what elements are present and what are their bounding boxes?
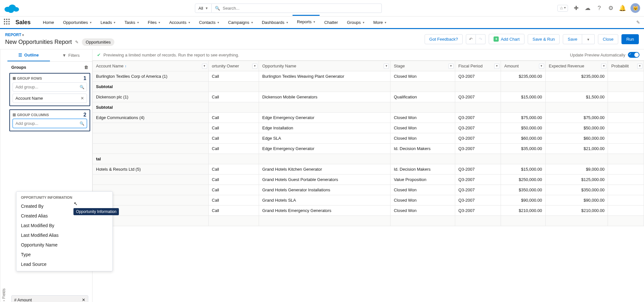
group-row-pill-account-name[interactable]: Account Name ✕ [13, 94, 87, 103]
chevron-down-icon: ▾ [159, 21, 160, 24]
header-actions: ☆▾ ✚ ☁ ? ⚙ 🔔 😺 [557, 3, 640, 13]
svg-point-2 [13, 7, 19, 12]
feedback-button[interactable]: Got Feedback? [425, 34, 463, 44]
nav-item-contacts[interactable]: Contacts▾ [195, 16, 224, 29]
search-icon: 🔍 [215, 6, 220, 11]
group-rows-label: ▦GROUP ROWS [13, 76, 87, 80]
remove-icon[interactable]: ✕ [81, 96, 84, 101]
notifications-icon[interactable]: 🔔 [619, 5, 626, 12]
nav-item-tasks[interactable]: Tasks▾ [120, 16, 143, 29]
remove-icon[interactable]: ✕ [82, 297, 85, 302]
close-button[interactable]: Close [598, 34, 618, 44]
nav-item-home[interactable]: Home [38, 16, 59, 29]
edit-nav-icon[interactable]: ✎ [636, 20, 640, 25]
app-name: Sales [15, 19, 31, 26]
column-menu-icon[interactable]: ▼ [494, 64, 499, 69]
nav-item-reports[interactable]: Reports▾ [293, 15, 320, 28]
redo-button[interactable]: ↷ [476, 34, 485, 44]
column-header[interactable]: Stage▼ [390, 61, 455, 71]
column-menu-icon[interactable]: ▼ [601, 64, 606, 69]
table-row: Subtotal [93, 82, 644, 92]
app-launcher-icon[interactable] [4, 19, 11, 26]
star-icon: ☆ [560, 6, 563, 11]
run-button[interactable]: Run [621, 34, 639, 44]
callout-number-1: 1 [83, 76, 86, 81]
table-row: CallEdge Emergency GeneratorId. Decision… [93, 144, 644, 154]
tab-filters[interactable]: ▼Filters [50, 49, 92, 61]
search-scope-dropdown[interactable]: All ▼ [195, 4, 212, 13]
report-type-link[interactable]: REPORT ▾ [5, 33, 24, 37]
nav-item-more[interactable]: More▾ [369, 16, 391, 29]
table-row: Hotels & Resorts Ltd (5)CallGrand Hotels… [93, 164, 644, 175]
add-chart-button[interactable]: +Add Chart [489, 34, 524, 44]
column-header[interactable]: Probabilit▼ [608, 61, 644, 71]
dropdown-item[interactable]: Last Modified Alias [16, 230, 112, 240]
chevron-down-icon: ▼ [205, 6, 208, 10]
avatar[interactable]: 😺 [630, 3, 640, 13]
table-row: Subtotal [93, 216, 644, 226]
table-row: CallGrand Hotels Emergency GeneratorsClo… [93, 206, 644, 216]
chevron-down-icon: ▾ [217, 21, 219, 24]
column-header[interactable]: Amount▼ [501, 61, 545, 71]
add-icon[interactable]: ✚ [572, 5, 580, 12]
column-header[interactable]: ortunity Owner▼ [208, 61, 259, 71]
preview-message: Previewing a limited number of records. … [103, 53, 239, 57]
column-menu-icon[interactable]: ▼ [637, 64, 642, 69]
search-input-wrap[interactable]: 🔍 [212, 4, 382, 13]
groups-heading: Groups [11, 65, 26, 70]
auto-update-label: Update Preview Automatically [570, 53, 625, 57]
chevron-down-icon: ▾ [251, 21, 253, 24]
chevron-down-icon: ▼ [587, 38, 590, 41]
field-picker-dropdown: OPPORTUNITY INFORMATION Created ByCreate… [16, 191, 113, 271]
group-rows-input[interactable] [13, 82, 87, 92]
nav-item-dashboards[interactable]: Dashboards▾ [257, 16, 293, 29]
save-button[interactable]: Save [563, 34, 582, 44]
search-icon: 🔍 [80, 85, 84, 89]
column-menu-icon[interactable]: ▼ [448, 64, 454, 69]
save-menu-button[interactable]: ▼ [582, 34, 595, 44]
column-header[interactable]: Expected Revenue▼ [545, 61, 608, 71]
edit-title-icon[interactable]: ✎ [75, 40, 79, 45]
nav-item-chatter[interactable]: Chatter [320, 16, 342, 29]
column-pill-amount[interactable]: # Amount ✕ [11, 295, 88, 302]
auto-update-toggle[interactable] [628, 52, 639, 58]
salesforce-logo [4, 3, 19, 13]
save-and-run-button[interactable]: Save & Run [528, 34, 560, 44]
column-menu-icon[interactable]: ▼ [384, 64, 389, 69]
nav-item-files[interactable]: Files▾ [143, 16, 165, 29]
plus-icon: + [494, 36, 499, 42]
search-icon: 🔍 [80, 121, 84, 126]
undo-button[interactable]: ↶ [466, 34, 476, 44]
chevron-down-icon: ▾ [363, 21, 364, 24]
nav-item-campaigns[interactable]: Campaigns▾ [224, 16, 257, 29]
table-row: CallGrand Hotels Generator Installations… [93, 185, 644, 195]
column-header[interactable]: Account Name ↑▼ [93, 61, 209, 71]
success-icon: ✔ [97, 52, 101, 57]
column-menu-icon[interactable]: ▼ [252, 64, 257, 69]
dropdown-item[interactable]: Last Modified By [16, 221, 112, 230]
help-icon[interactable]: ? [596, 5, 603, 12]
column-header[interactable]: Opportunity Name▼ [259, 61, 390, 71]
nav-item-opportunities[interactable]: Opportunities▾ [59, 16, 96, 29]
dropdown-item[interactable]: Lead Source [16, 259, 112, 269]
fields-panel-toggle[interactable]: ›Fields [0, 49, 7, 302]
dropdown-item[interactable]: Type [16, 250, 112, 259]
column-header[interactable]: Fiscal Period▼ [455, 61, 501, 71]
report-preview: ✔ Previewing a limited number of records… [92, 49, 644, 302]
dropdown-item[interactable]: Opportunity Name [16, 240, 112, 250]
nav-item-leads[interactable]: Leads▾ [96, 16, 120, 29]
favorites-button[interactable]: ☆▾ [557, 5, 568, 12]
tab-outline[interactable]: ☰Outline [7, 49, 50, 61]
setup-icon[interactable]: ⚙ [607, 5, 614, 12]
table-row: Dickenson plc (1)CallDickenson Mobile Ge… [93, 92, 644, 102]
chevron-down-icon: ▾ [313, 20, 315, 24]
column-menu-icon[interactable]: ▼ [202, 64, 207, 69]
group-columns-input[interactable] [13, 119, 87, 128]
search-input[interactable] [223, 6, 378, 11]
trailhead-icon[interactable]: ☁ [584, 5, 591, 12]
nav-item-accounts[interactable]: Accounts▾ [165, 16, 194, 29]
trash-icon[interactable]: 🗑 [84, 65, 88, 70]
chevron-down-icon: ▾ [286, 21, 288, 24]
column-menu-icon[interactable]: ▼ [539, 64, 544, 69]
nav-item-groups[interactable]: Groups▾ [342, 16, 369, 29]
